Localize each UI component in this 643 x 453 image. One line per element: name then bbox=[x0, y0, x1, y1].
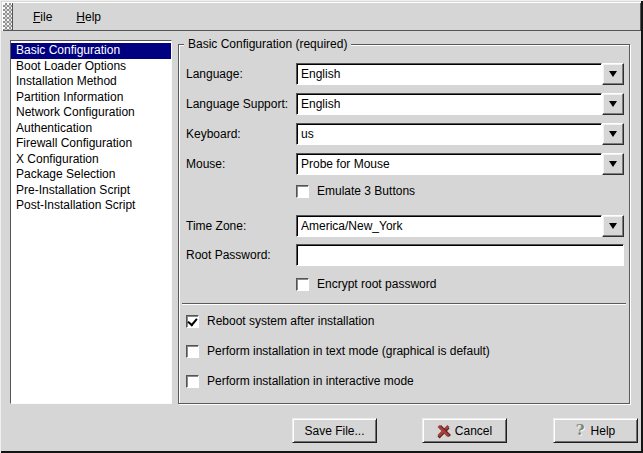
sidebar-item-boot-loader-options[interactable]: Boot Loader Options bbox=[11, 59, 171, 75]
save-file-button[interactable]: Save File... bbox=[292, 418, 377, 443]
basic-configuration-frame: Basic Configuration (required) Language:… bbox=[178, 44, 630, 404]
chevron-down-icon bbox=[609, 71, 617, 77]
menu-items: File Help bbox=[13, 2, 113, 31]
keyboard-input[interactable] bbox=[296, 123, 602, 145]
language-label: Language: bbox=[186, 63, 243, 85]
sidebar-item-post-installation-script[interactable]: Post-Installation Script bbox=[11, 198, 171, 214]
language-support-combo bbox=[296, 93, 624, 115]
interactive-mode-checkbox[interactable] bbox=[186, 375, 199, 388]
interactive-mode-row: Perform installation in interactive mode bbox=[186, 374, 414, 389]
menubar-drag-handle[interactable] bbox=[2, 2, 13, 31]
separator bbox=[182, 303, 626, 305]
menu-bar: File Help bbox=[2, 2, 641, 31]
help-button[interactable]: ? Help bbox=[553, 418, 638, 443]
frame-title: Basic Configuration (required) bbox=[184, 37, 351, 51]
language-support-label: Language Support: bbox=[186, 93, 288, 115]
chevron-down-icon bbox=[609, 223, 617, 229]
keyboard-dropdown-button[interactable] bbox=[602, 123, 624, 145]
emulate-3-buttons-checkbox[interactable] bbox=[296, 185, 309, 198]
category-list: Basic Configuration Boot Loader Options … bbox=[10, 40, 172, 404]
sidebar-item-partition-information[interactable]: Partition Information bbox=[11, 90, 171, 106]
sidebar-item-network-configuration[interactable]: Network Configuration bbox=[11, 105, 171, 121]
sidebar-item-authentication[interactable]: Authentication bbox=[11, 121, 171, 137]
reboot-row: Reboot system after installation bbox=[186, 314, 374, 329]
reboot-label: Reboot system after installation bbox=[207, 314, 374, 329]
encrypt-root-password-checkbox[interactable] bbox=[296, 278, 309, 291]
cancel-button[interactable]: Cancel bbox=[422, 418, 507, 443]
reboot-checkbox[interactable] bbox=[186, 315, 199, 328]
text-mode-checkbox[interactable] bbox=[186, 345, 199, 358]
root-password-input[interactable] bbox=[296, 244, 624, 266]
mouse-dropdown-button[interactable] bbox=[602, 153, 624, 175]
time-zone-input[interactable] bbox=[296, 215, 602, 237]
language-dropdown-button[interactable] bbox=[602, 63, 624, 85]
menu-help[interactable]: Help bbox=[64, 5, 113, 29]
menu-file[interactable]: File bbox=[21, 5, 64, 29]
question-mark-icon: ? bbox=[576, 423, 585, 438]
time-zone-label: Time Zone: bbox=[186, 215, 246, 237]
sidebar-item-package-selection[interactable]: Package Selection bbox=[11, 167, 171, 183]
sidebar-item-installation-method[interactable]: Installation Method bbox=[11, 74, 171, 90]
keyboard-combo bbox=[296, 123, 624, 145]
chevron-down-icon bbox=[609, 161, 617, 167]
time-zone-dropdown-button[interactable] bbox=[602, 215, 624, 237]
interactive-mode-label: Perform installation in interactive mode bbox=[207, 374, 414, 389]
emulate-3-buttons-row: Emulate 3 Buttons bbox=[296, 184, 415, 199]
mouse-input[interactable] bbox=[296, 153, 602, 175]
cancel-button-label: Cancel bbox=[455, 424, 492, 438]
language-input[interactable] bbox=[296, 63, 602, 85]
root-password-label: Root Password: bbox=[186, 244, 271, 266]
sidebar-item-pre-installation-script[interactable]: Pre-Installation Script bbox=[11, 183, 171, 199]
encrypt-root-password-row: Encrypt root password bbox=[296, 277, 436, 292]
emulate-3-buttons-label: Emulate 3 Buttons bbox=[317, 184, 415, 199]
text-mode-row: Perform installation in text mode (graph… bbox=[186, 344, 490, 359]
keyboard-label: Keyboard: bbox=[186, 123, 241, 145]
sidebar-item-firewall-configuration[interactable]: Firewall Configuration bbox=[11, 136, 171, 152]
language-support-input[interactable] bbox=[296, 93, 602, 115]
text-mode-label: Perform installation in text mode (graph… bbox=[207, 344, 490, 359]
sidebar-item-x-configuration[interactable]: X Configuration bbox=[11, 152, 171, 168]
mouse-label: Mouse: bbox=[186, 153, 225, 175]
language-support-dropdown-button[interactable] bbox=[602, 93, 624, 115]
save-file-button-label: Save File... bbox=[304, 424, 364, 438]
cancel-x-icon bbox=[437, 425, 449, 437]
encrypt-root-password-label: Encrypt root password bbox=[317, 277, 436, 292]
time-zone-combo bbox=[296, 215, 624, 237]
kickstart-configurator-window: File Help Basic Configuration Boot Loade… bbox=[0, 0, 643, 453]
chevron-down-icon bbox=[609, 101, 617, 107]
sidebar-item-basic-configuration[interactable]: Basic Configuration bbox=[11, 43, 171, 59]
help-button-label: Help bbox=[591, 424, 616, 438]
chevron-down-icon bbox=[609, 131, 617, 137]
language-combo bbox=[296, 63, 624, 85]
mouse-combo bbox=[296, 153, 624, 175]
